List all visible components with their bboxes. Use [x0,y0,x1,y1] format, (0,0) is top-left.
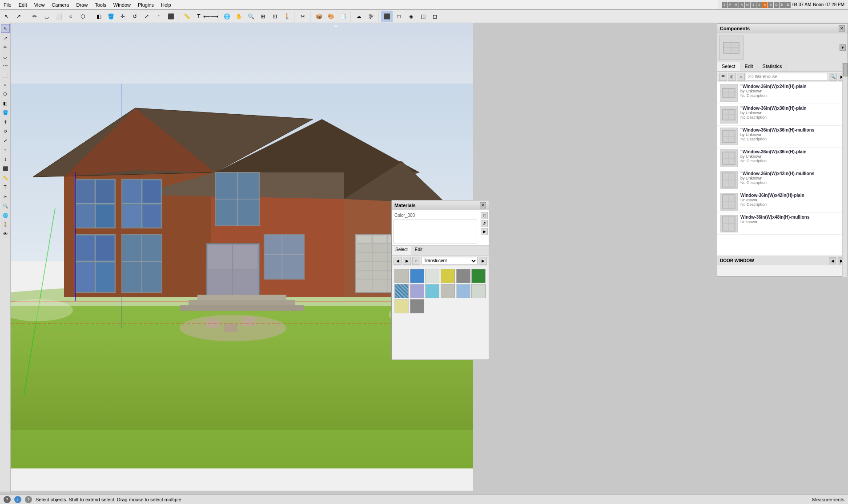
left-walk[interactable]: 🚶 [1,220,10,229]
materials-category-select[interactable]: Translucent [422,257,478,265]
toolbar-component[interactable]: 📦 [313,11,325,22]
left-arc[interactable]: ◡ [1,52,10,61]
swatch-3[interactable] [441,269,455,283]
toolbar-pencil[interactable]: ✏ [29,11,40,22]
comp-item-3[interactable]: "Window-36in(W)x36in(H)-plain by Unknown… [717,148,848,169]
toolbar-dimension[interactable]: ⟵⟶ [205,11,217,22]
toolbar-zoom[interactable]: 🔍 [245,11,257,22]
components-scrollbar[interactable] [842,62,848,277]
menu-draw[interactable]: Draw [72,1,91,8]
menu-tools[interactable]: Tools [91,1,110,8]
components-search-input[interactable] [746,73,828,81]
toolbar-measure[interactable]: 📏 [181,11,193,22]
toolbar-erase[interactable]: ◧ [93,11,104,22]
status-info-icon[interactable]: i [14,496,21,503]
menu-edit[interactable]: Edit [15,1,31,8]
left-followme[interactable]: ⤸ [1,155,10,164]
toolbar-material[interactable]: 🎨 [325,11,337,22]
left-offset[interactable]: ⬛ [1,164,10,173]
swatch-8[interactable] [425,284,439,298]
comp-tab-statistics[interactable]: Statistics [758,62,787,71]
mat-home-btn[interactable]: ⌂ [412,257,420,265]
mat-option1-btn[interactable]: ◻ [481,212,488,219]
swatch-11[interactable] [471,284,486,298]
toolbar-layer[interactable]: 📑 [337,11,349,22]
left-freehand[interactable]: 〰 [1,61,10,70]
left-move[interactable]: ✛ [1,117,10,126]
toolbar-select[interactable]: ↖ [1,11,12,22]
toolbar-style2[interactable]: □ [393,11,405,22]
toolbar-paint[interactable]: 🪣 [105,11,117,22]
left-scale[interactable]: ⤢ [1,136,10,145]
toolbar-zoom-window[interactable]: ⊡ [269,11,281,22]
components-scrollbar-thumb[interactable] [843,63,848,76]
swatch-6[interactable] [394,284,409,298]
menu-window[interactable]: Window [110,1,134,8]
comp-prev-btn[interactable]: ◀ [829,257,836,264]
left-rect[interactable]: ⬜ [1,71,10,80]
toolbar-style4[interactable]: ◫ [417,11,429,22]
left-orbit[interactable]: 🌐 [1,211,10,220]
left-paint[interactable]: 🪣 [1,108,10,117]
left-zoom[interactable]: 🔍 [1,201,10,210]
swatch-12[interactable] [394,299,409,313]
toolbar-scale[interactable]: ⤢ [141,11,153,22]
comp-item-5[interactable]: Window-36in(W)x42in(H)-plain Unknown No … [717,191,848,213]
mat-back-btn[interactable]: ◀ [394,257,402,265]
comp-item-1[interactable]: "Window-36in(W)x30in(H)-plain by Unknown… [717,104,848,126]
comp-item-4[interactable]: "Window-36in(W)x42in(H)-mullions by Unkn… [717,169,848,191]
left-text[interactable]: T [1,183,10,192]
toolbar-offset[interactable]: ⬛ [165,11,177,22]
swatch-5[interactable] [471,269,486,283]
left-section[interactable]: ✂ [1,192,10,201]
comp-home-btn[interactable]: ⌂ [737,73,745,81]
toolbar-arc[interactable]: ◡ [41,11,52,22]
toolbar-move[interactable]: ✛ [117,11,129,22]
left-select[interactable]: ↖ [1,24,10,33]
toolbar-select2[interactable]: ↗ [13,11,24,22]
comp-view-list-btn[interactable]: ☰ [719,73,727,81]
toolbar-rotate[interactable]: ↺ [129,11,141,22]
left-erase[interactable]: ◧ [1,99,10,108]
mat-tab-edit[interactable]: Edit [411,246,426,255]
toolbar-style5[interactable]: ◻ [429,11,441,22]
left-lookaround[interactable]: 👁 [1,229,10,238]
left-circle[interactable]: ○ [1,80,10,89]
left-pencil[interactable]: ✏ [1,43,10,52]
toolbar-zoom-extent[interactable]: ⊞ [257,11,269,22]
comp-view-grid-btn[interactable]: ⊞ [728,73,736,81]
components-list[interactable]: "Window-36in(W)x24in(H)-plain by Unknown… [717,82,848,256]
menu-plugins[interactable]: Plugins [134,1,157,8]
toolbar-pushpull[interactable]: ↑ [153,11,165,22]
left-pushpull[interactable]: ↑ [1,145,10,154]
toolbar-rect[interactable]: ⬜ [53,11,64,22]
swatch-13[interactable] [410,299,424,313]
toolbar-polygon[interactable]: ⬡ [77,11,88,22]
menu-view[interactable]: View [31,1,48,8]
toolbar-circle[interactable]: ○ [65,11,76,22]
comp-item-2[interactable]: "Window-36in(W)x36in(H)-mullions by Unkn… [717,126,848,148]
toolbar-orbit[interactable]: 🌐 [221,11,233,22]
swatch-9[interactable] [441,284,455,298]
toolbar-fog[interactable]: 🌫 [365,11,377,22]
components-close-button[interactable]: ✕ [839,25,845,32]
swatch-0[interactable] [394,269,409,283]
swatch-7[interactable] [410,284,424,298]
toolbar-pan[interactable]: ✋ [233,11,245,22]
menu-help[interactable]: Help [157,1,175,8]
left-select2[interactable]: ↗ [1,33,10,42]
swatch-2[interactable] [425,269,439,283]
components-search-button[interactable]: 🔍 [829,73,837,81]
menu-camera[interactable]: Camera [48,1,72,8]
comp-item-0[interactable]: "Window-36in(W)x24in(H)-plain by Unknown… [717,82,848,104]
toolbar-shadows[interactable]: ☁ [353,11,365,22]
materials-description-input[interactable] [394,220,477,244]
toolbar-section[interactable]: ✂ [297,11,309,22]
comp-tab-edit[interactable]: Edit [740,62,758,71]
left-rotate[interactable]: ↺ [1,127,10,136]
toolbar-walk[interactable]: 🚶 [281,11,293,22]
comp-item-6[interactable]: Windw-36in(W)x48in(H)-mullions Unknown [717,213,848,235]
toolbar-style1[interactable]: ⬛ [381,11,393,22]
status-question-icon[interactable]: ? [25,496,32,503]
left-measure[interactable]: 📏 [1,173,10,182]
